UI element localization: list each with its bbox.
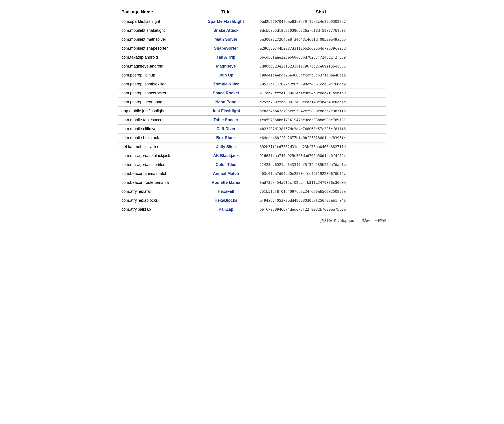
- cell-sha1: d25fb7392fab90013e80cca7148c9b4540c0ca1d: [256, 98, 386, 107]
- cell-sha1: c64ecc468ff0a2677bf40bf25028601bef8395fc: [256, 133, 386, 143]
- footer-text: 資料來源：Sophos 製表：王曉敏: [118, 218, 386, 223]
- col-header-sha1: Sha1: [256, 7, 386, 17]
- cell-title: PairZap: [196, 205, 256, 214]
- cell-sha1: be300a317264da8f3464314e8fdf08520e49a55b: [256, 35, 386, 44]
- table-row: com.mobile.cliffdiverCliff Diver4b23f37d…: [118, 125, 386, 133]
- cell-sha1: fea59796bbb17141947be9edc93b8d98ae789f81: [256, 116, 386, 125]
- table-row: com.beacon.animalmatchAnimal Match403c0f…: [118, 169, 386, 178]
- table-row: com.mobile.boxstackBox Stackc64ecc468ff0…: [118, 133, 386, 143]
- table-row: com.mobilebt.mathsolverMath Solverbe300a…: [118, 35, 386, 44]
- cell-sha1: 692b31f1cd7562d31ebd23bf78aa0465c882711d: [256, 143, 386, 151]
- cell-sha1: 6fbc546b47c79ace9f042ef9838c88ce7f9871f6: [256, 107, 386, 116]
- cell-package: com.mobile.boxstack: [118, 133, 196, 143]
- table-row: com.atry.pairzapPairZap6bf67058946b74dad…: [118, 205, 386, 214]
- cell-package: com.mobilebt.shapesorter: [118, 44, 196, 53]
- table-row: com.sparkle.flashlightSparkle FlashLight…: [118, 17, 386, 26]
- cell-title: HexaBlocks: [196, 196, 256, 205]
- cell-package: com.mobilebt.mathsolver: [118, 35, 196, 44]
- cell-sha1: ef94a62405372edd48993030c7f256f27ab1fa49: [256, 196, 386, 205]
- cell-title: Space Rocket: [196, 89, 256, 98]
- cell-title: Roulette Mania: [196, 178, 256, 187]
- table-row: com.beacon.roulettemaniaRoulette Mania8a…: [118, 178, 386, 187]
- table-row: com.pesrepi.joinupJoin Upc99d4eaeebac26e…: [118, 71, 386, 80]
- table-row: com.mobile.tablesoccerTable Soccerfea597…: [118, 116, 386, 125]
- cell-sha1: 0bcd55faae22deb60dd8bd78257f724bd1f2fc89: [256, 53, 386, 62]
- cell-package: com.pesrepi.zombiekiller: [118, 80, 196, 89]
- cell-title: Math Solver: [196, 35, 256, 44]
- cell-sha1: 8ad739a454a9f5cf02cc4fb311c2479036c36d0a: [256, 178, 386, 187]
- cell-sha1: 6bf67058946b74dade75f22f0032b7699ee75b9e: [256, 205, 386, 214]
- cell-title: Box Stack: [196, 133, 256, 143]
- cell-title: HexaFall: [196, 187, 256, 196]
- cell-sha1: 91663fcaa745b925e360dad766e50d1cc0f4f52c: [256, 151, 386, 160]
- cell-package: com.atry.hexafall: [118, 187, 196, 196]
- cell-package: com.pesrepi.spacerocket: [118, 89, 196, 98]
- cell-sha1: c99d4eaeebac26e46634fcdfa0cb371a0ae46a1a: [256, 71, 386, 80]
- table-row: com.pesrepi.neonpongNeon Pongd25fb7392fa…: [118, 98, 386, 107]
- cell-package: com.atry.hexablocks: [118, 196, 196, 205]
- cell-sha1: 403c0fea7d6fcd0e28704fccf5f19220a676bf6c: [256, 169, 386, 178]
- cell-package: com.mobile.tablesoccer: [118, 116, 196, 125]
- table-row: com.magnifeye.androidMagnifeye7d80bd323e…: [118, 62, 386, 71]
- data-table: Package Name Title Sha1 com.sparkle.flas…: [118, 7, 386, 214]
- col-header-package: Package Name: [118, 7, 196, 17]
- cell-package: com.mobilebt.snakefight: [118, 26, 196, 35]
- cell-title: Join Up: [196, 71, 256, 80]
- table-row: com.pesrepi.zombiekillerZombie Killer195…: [118, 80, 386, 89]
- table-row: com.pesrepi.spacerocketSpace Rocket917ab…: [118, 89, 386, 98]
- table-row: com.atry.hexafallHexaFall751b515f8f01d40…: [118, 187, 386, 196]
- cell-package: com.takatrip.android: [118, 53, 196, 62]
- cell-title: Zombie Killer: [196, 80, 256, 89]
- cell-package: com.maragona.colortiles: [118, 160, 196, 169]
- cell-package: com.pesrepi.neonpong: [118, 98, 196, 107]
- table-row: app.mobile.justflashlightJust Flashlight…: [118, 107, 386, 116]
- table-row: com.takatrip.androidTak A Trip0bcd55faae…: [118, 53, 386, 62]
- cell-title: Sparkle FlashLight: [196, 17, 256, 26]
- col-header-title: Title: [196, 7, 256, 17]
- cell-sha1: 7d80bd323e2a15233a1ac967bd2ce89ef55d3855: [256, 62, 386, 71]
- table-row: com.maragona.colortilesColor Tiles21423e…: [118, 160, 386, 169]
- cell-sha1: 751b515f8f01d4097cb3c24f686a6562a250898a: [256, 187, 386, 196]
- table-container: Package Name Title Sha1 com.sparkle.flas…: [118, 7, 386, 223]
- cell-title: Animal Match: [196, 169, 256, 178]
- cell-sha1: 917ab70fffe133063ebef0894b3f0aa7f1a9b1b0: [256, 89, 386, 98]
- cell-package: com.mobile.cliffdiver: [118, 125, 196, 133]
- cell-sha1: 4b23f37d138f57dc3a4c746060e57c305ef81ff6: [256, 125, 386, 133]
- cell-package: app.mobile.justflashlight: [118, 107, 196, 116]
- cell-package: com.maragona.akblackjack: [118, 151, 196, 160]
- table-row: net.kanmobi.jellysliceJelly Slice692b31f…: [118, 143, 386, 151]
- cell-sha1: 19532b1172627c2f6f5398cf4061cca09c760dd9: [256, 80, 386, 89]
- cell-package: net.kanmobi.jellyslice: [118, 143, 196, 151]
- cell-package: com.beacon.roulettemania: [118, 178, 196, 187]
- cell-package: com.beacon.animalmatch: [118, 169, 196, 178]
- cell-package: com.pesrepi.joinup: [118, 71, 196, 80]
- cell-title: Neon Pong: [196, 98, 256, 107]
- cell-title: Tak A Trip: [196, 53, 256, 62]
- cell-package: com.magnifeye.android: [118, 62, 196, 71]
- cell-title: Cliff Diver: [196, 125, 256, 133]
- cell-title: ShapeSorter: [196, 44, 256, 53]
- table-row: com.atry.hexablocksHexaBlocksef94a624053…: [118, 196, 386, 205]
- cell-title: Magnifeye: [196, 62, 256, 71]
- cell-title: Color Tiles: [196, 160, 256, 169]
- table-header-row: Package Name Title Sha1: [118, 7, 386, 17]
- cell-sha1: 21423ec6921ae643347df5f32a239b25da7dab1b: [256, 160, 386, 169]
- table-row: com.mobilebt.shapesorterShapeSortere2865…: [118, 44, 386, 53]
- cell-sha1: e28658e744b2987d31f26b2dd2554d7a639ca26d: [256, 44, 386, 53]
- cell-title: Jelly Slice: [196, 143, 256, 151]
- table-row: com.maragona.akblackjackAK Blackjack9166…: [118, 151, 386, 160]
- cell-title: Just Flashlight: [196, 107, 256, 116]
- table-row: com.mobilebt.snakefightSnake Attack0dcbb…: [118, 26, 386, 35]
- cell-title: AK Blackjack: [196, 151, 256, 160]
- cell-title: Snake Attack: [196, 26, 256, 35]
- cell-package: com.atry.pairzap: [118, 205, 196, 214]
- cell-package: com.sparkle.flashlight: [118, 17, 196, 26]
- cell-sha1: 9ed2b260704fbae83c02f9f19a2c4e85b93082e7: [256, 17, 386, 26]
- cell-sha1: 0dcbbae5d18c33039db726afd18df59a77761c03: [256, 26, 386, 35]
- cell-title: Table Soccer: [196, 116, 256, 125]
